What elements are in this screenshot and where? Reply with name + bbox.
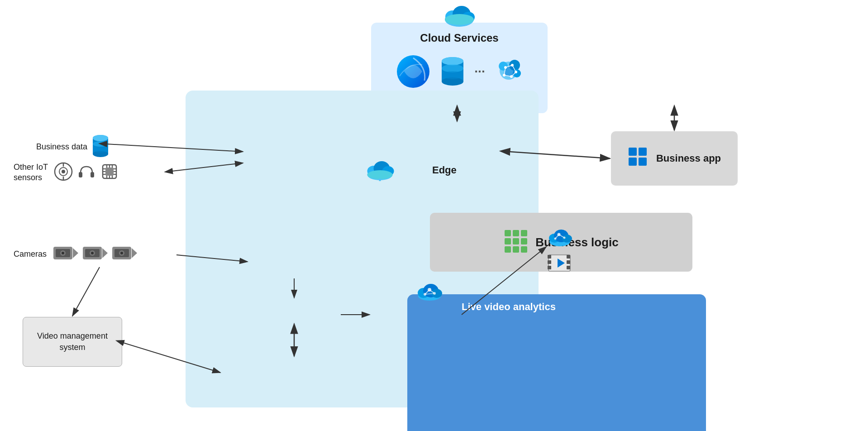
svg-rect-37 <box>513 238 519 244</box>
svg-marker-85 <box>102 248 108 258</box>
lva-title: Live video analytics <box>462 301 556 313</box>
svg-point-60 <box>62 170 65 173</box>
svg-rect-35 <box>521 230 527 236</box>
svg-point-93 <box>120 252 123 254</box>
svg-rect-94 <box>629 148 637 156</box>
azure-sphere-icon <box>395 53 431 90</box>
iot-headphone-icon <box>77 162 96 183</box>
business-data-label: Business data <box>36 142 87 152</box>
lva-right-cloud-icon <box>548 226 572 249</box>
iot-sensors-label-1: Other IoT <box>14 163 48 172</box>
iot-sensors-group: Other IoT sensors <box>14 162 119 183</box>
svg-rect-96 <box>629 158 637 166</box>
lva-cloud-icon <box>416 281 443 302</box>
svg-rect-95 <box>639 148 647 156</box>
camera-icon-3 <box>112 244 137 263</box>
cloud-icon-top <box>444 2 475 27</box>
svg-point-9 <box>442 57 463 65</box>
svg-rect-64 <box>91 172 94 177</box>
svg-rect-111 <box>567 255 570 259</box>
svg-rect-66 <box>105 168 114 176</box>
cameras-group: Cameras <box>14 244 137 263</box>
svg-rect-34 <box>513 230 519 236</box>
iot-camera-icon <box>54 162 73 183</box>
svg-rect-97 <box>639 158 647 166</box>
cameras-label: Cameras <box>14 249 47 259</box>
svg-point-4 <box>445 14 474 25</box>
business-app-label: Business app <box>656 153 721 164</box>
camera-icon-1 <box>53 244 78 263</box>
svg-point-11 <box>442 71 463 79</box>
svg-marker-80 <box>73 248 78 258</box>
svg-point-30 <box>367 170 393 179</box>
svg-rect-63 <box>79 172 82 177</box>
diagram-container: Cloud Services <box>0 0 868 431</box>
svg-rect-40 <box>513 246 519 253</box>
edge-box: Edge Business logic <box>186 91 539 407</box>
svg-point-83 <box>62 252 64 254</box>
svg-rect-108 <box>548 255 551 259</box>
svg-rect-38 <box>521 238 527 244</box>
svg-rect-113 <box>567 266 570 269</box>
svg-point-57 <box>93 147 108 153</box>
lva-box: Live video analytics Capture Analyze Pub… <box>407 294 706 431</box>
business-data-db-icon <box>92 134 109 160</box>
camera-icon-2 <box>83 244 108 263</box>
business-app-icon <box>628 147 649 170</box>
edge-cloud-icon <box>366 158 395 181</box>
iot-chip-icon <box>100 162 119 183</box>
svg-rect-33 <box>505 230 511 236</box>
vms-label: Video management system <box>28 330 117 353</box>
svg-marker-90 <box>132 248 137 258</box>
business-app-box: Business app <box>611 131 738 186</box>
svg-rect-109 <box>548 260 551 264</box>
azure-db-cloud-icon <box>440 56 465 87</box>
edge-title: Edge <box>432 164 457 176</box>
cameras-vms-arrow <box>72 267 100 316</box>
svg-rect-41 <box>521 246 527 253</box>
svg-point-56 <box>93 141 108 147</box>
svg-rect-39 <box>505 246 511 253</box>
cloud-services-title: Cloud Services <box>420 32 498 44</box>
vms-box: Video management system <box>23 317 122 367</box>
iot-label-text: Other IoT sensors <box>14 163 48 182</box>
cloud-services-icons: ··· <box>395 53 523 90</box>
cloud-dots: ··· <box>474 64 485 79</box>
business-logic-icon <box>504 229 529 256</box>
svg-point-88 <box>91 252 94 254</box>
video-media-group <box>548 226 575 277</box>
svg-rect-112 <box>567 260 570 264</box>
iot-sensors-label-2: sensors <box>14 173 48 182</box>
svg-point-55 <box>93 135 108 141</box>
video-film-icon <box>548 251 575 275</box>
svg-rect-36 <box>505 238 511 244</box>
business-data-group: Business data <box>36 134 109 160</box>
svg-point-101 <box>562 235 572 243</box>
svg-rect-110 <box>548 266 551 269</box>
ai-icon <box>494 56 524 87</box>
